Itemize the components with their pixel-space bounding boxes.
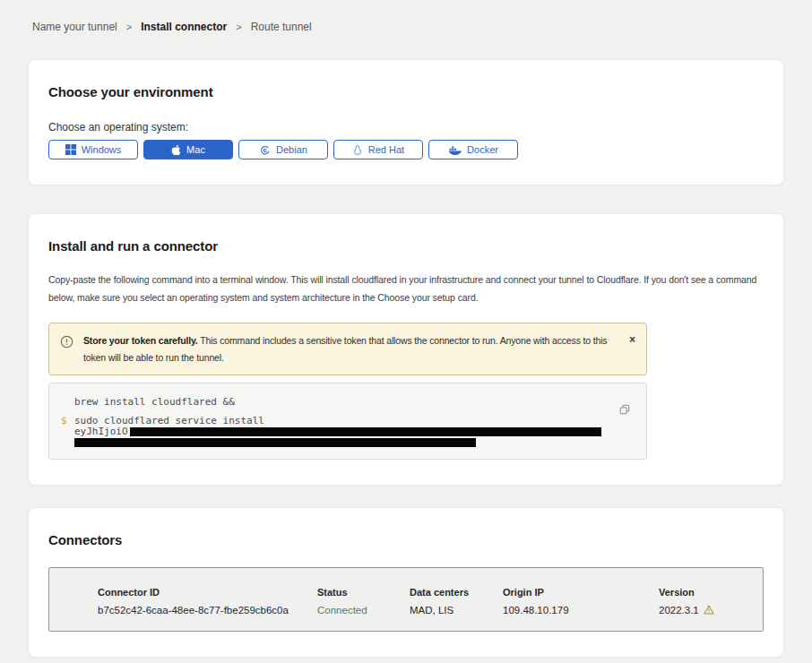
os-button-docker[interactable]: Docker <box>428 140 518 159</box>
cell-connector-id: b7c52c42-6caa-48ee-8c77-fbe259cb6c0a <box>98 605 317 616</box>
shell-prompt: $ <box>61 416 67 426</box>
os-button-label: Windows <box>82 144 122 155</box>
os-button-label: Red Hat <box>368 144 404 155</box>
header-connector-id: Connector ID <box>98 587 317 598</box>
table-row: b7c52c42-6caa-48ee-8c77-fbe259cb6c0a Con… <box>98 605 763 616</box>
table-header-row: Connector ID Status Data centers Origin … <box>98 587 763 598</box>
token-prefix: eyJhIjoiO <box>74 426 128 437</box>
breadcrumb-step-route-tunnel[interactable]: Route tunnel <box>251 21 312 33</box>
os-button-label: Docker <box>467 144 498 155</box>
header-data-centers: Data centers <box>410 587 503 598</box>
breadcrumb-step-install-connector[interactable]: Install connector <box>141 21 227 33</box>
code-line-brew: brew install cloudflared && <box>74 397 610 408</box>
token-warning-banner: Store your token carefully. This command… <box>48 323 647 375</box>
code-line-token-continued <box>74 437 610 448</box>
info-icon <box>60 335 73 352</box>
windows-icon <box>65 144 76 155</box>
warning-triangle-icon <box>704 605 714 615</box>
token-warning-text: Store your token carefully. This command… <box>83 335 607 363</box>
connectors-card-title: Connectors <box>48 532 764 547</box>
redaction-bar <box>130 427 601 436</box>
os-button-label: Mac <box>186 144 205 155</box>
breadcrumb-step-name-your-tunnel[interactable]: Name your tunnel <box>32 21 117 33</box>
debian-icon <box>259 144 271 156</box>
header-status: Status <box>317 587 410 598</box>
header-origin-ip: Origin IP <box>503 587 659 598</box>
connectors-table: Connector ID Status Data centers Origin … <box>48 567 764 632</box>
docker-icon <box>448 144 462 155</box>
redaction-bar <box>74 438 476 447</box>
cell-data-centers: MAD, LIS <box>410 605 503 616</box>
os-select-label: Choose an operating system: <box>48 121 764 133</box>
breadcrumb: Name your tunnel > Install connector > R… <box>0 0 812 33</box>
close-icon[interactable]: × <box>624 332 641 347</box>
os-button-mac[interactable]: Mac <box>143 140 233 159</box>
install-command-codeblock: brew install cloudflared && $ sudo cloud… <box>48 383 647 460</box>
os-button-redhat[interactable]: Red Hat <box>333 140 423 159</box>
cell-version: 2022.3.1 <box>659 605 763 616</box>
install-connector-card: Install and run a connector Copy-paste t… <box>28 213 784 486</box>
code-line-token: eyJhIjoiO <box>74 426 610 437</box>
redhat-icon <box>352 144 363 156</box>
os-button-windows[interactable]: Windows <box>48 140 138 159</box>
os-button-debian[interactable]: Debian <box>238 140 328 159</box>
status-badge: Connected <box>317 605 410 616</box>
header-version: Version <box>659 587 763 598</box>
code-line-sudo: $ sudo cloudflared service install <box>74 416 610 426</box>
copy-icon[interactable] <box>619 404 630 418</box>
os-button-label: Debian <box>276 144 307 155</box>
connectors-card: Connectors Connector ID Status Data cent… <box>28 507 784 658</box>
breadcrumb-separator: > <box>126 22 132 32</box>
os-button-group: Windows Mac Debian Red Hat Docker <box>48 140 764 159</box>
choose-environment-card: Choose your environment Choose an operat… <box>28 59 784 185</box>
apple-icon <box>171 144 181 156</box>
environment-card-title: Choose your environment <box>48 84 764 99</box>
install-card-title: Install and run a connector <box>48 238 764 254</box>
breadcrumb-separator: > <box>236 22 241 32</box>
token-warning-title: Store your token carefully. <box>83 335 198 346</box>
install-instructions: Copy-paste the following command into a … <box>48 271 764 307</box>
cell-origin-ip: 109.48.10.179 <box>503 605 659 616</box>
